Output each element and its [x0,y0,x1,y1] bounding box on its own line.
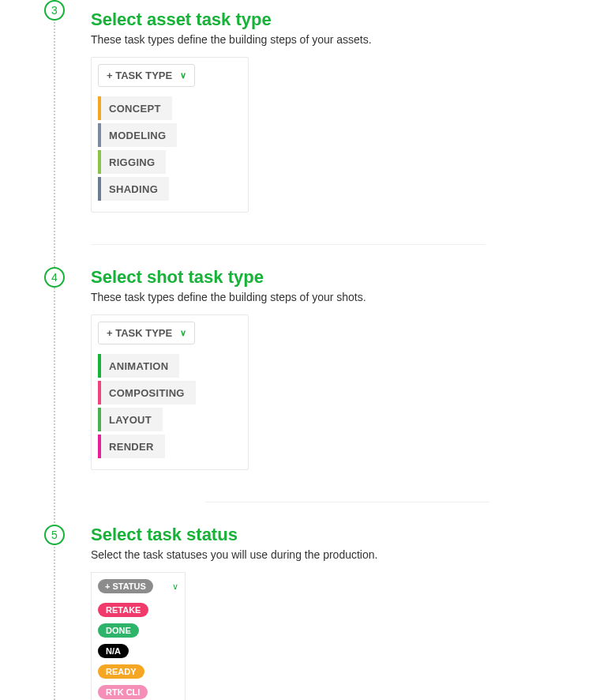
task-color-bar [98,96,101,120]
task-type-label: LAYOUT [109,414,152,426]
step-5: 5 Select task status Select the task sta… [0,525,600,700]
add-status-button[interactable]: + STATUS [98,579,153,593]
asset-task-list: CONCEPTMODELINGRIGGINGSHADING [98,96,242,201]
task-type-item[interactable]: RIGGING [98,150,166,174]
step-3: 3 Select asset task type These task type… [0,0,600,213]
task-color-bar [98,123,101,147]
task-color-bar [98,408,101,431]
add-task-type-button[interactable]: + TASK TYPE ∨ [98,322,195,344]
task-type-label: SHADING [109,183,158,195]
status-pill[interactable]: N/A [98,644,129,658]
step-title: Select task status [91,525,600,545]
task-type-item[interactable]: LAYOUT [98,408,163,431]
shot-task-list: ANIMATIONCOMPOSITINGLAYOUTRENDER [98,354,242,458]
shot-task-panel: + TASK TYPE ∨ ANIMATIONCOMPOSITINGLAYOUT… [91,314,249,470]
section-divider [91,244,486,245]
step-title: Select shot task type [91,267,600,288]
task-type-item[interactable]: CONCEPT [98,96,172,120]
add-task-type-label: + TASK TYPE [107,327,172,339]
task-type-item[interactable]: MODELING [98,123,177,147]
chevron-down-icon[interactable]: ∨ [172,581,178,592]
status-pill[interactable]: READY [98,664,144,679]
chevron-down-icon: ∨ [180,328,186,338]
task-type-label: RIGGING [109,156,155,168]
task-color-bar [98,435,101,458]
task-type-label: RENDER [109,441,154,453]
step-number: 4 [51,271,58,284]
step-number: 5 [51,529,58,541]
task-type-label: CONCEPT [109,103,161,115]
task-color-bar [98,150,101,174]
step-4: 4 Select shot task type These task types… [0,267,600,470]
task-type-item[interactable]: RENDER [98,435,165,458]
step-number-badge: 4 [44,267,65,288]
task-type-item[interactable]: COMPOSITING [98,381,196,405]
task-type-item[interactable]: ANIMATION [98,354,179,378]
task-color-bar [98,177,101,201]
step-description: Select the task statuses you will use du… [91,548,600,561]
task-color-bar [98,381,101,405]
status-pill[interactable]: RTK CLI [98,685,148,699]
status-panel-header: + STATUS ∨ [92,573,185,598]
step-description: These task types define the building ste… [91,291,600,303]
status-pill[interactable]: RETAKE [98,603,148,617]
asset-task-panel: + TASK TYPE ∨ CONCEPTMODELINGRIGGINGSHAD… [91,57,249,213]
step-number-badge: 3 [44,0,65,21]
chevron-down-icon: ∨ [180,70,186,81]
step-number: 3 [51,4,58,17]
step-description: These task types define the building ste… [91,33,600,46]
task-type-label: MODELING [109,130,166,141]
step-title: Select asset task type [91,9,600,30]
task-type-label: COMPOSITING [109,387,185,399]
status-list[interactable]: RETAKEDONEN/AREADYRTK CLIOK CLI [92,598,185,700]
add-task-type-button[interactable]: + TASK TYPE ∨ [98,64,195,87]
task-type-item[interactable]: SHADING [98,177,169,201]
section-divider [205,502,489,502]
status-pill[interactable]: DONE [98,623,139,638]
step-number-badge: 5 [44,525,65,545]
add-task-type-label: + TASK TYPE [107,70,172,81]
task-type-label: ANIMATION [109,360,168,372]
status-panel: + STATUS ∨ RETAKEDONEN/AREADYRTK CLIOK C… [91,572,186,700]
task-color-bar [98,354,101,378]
